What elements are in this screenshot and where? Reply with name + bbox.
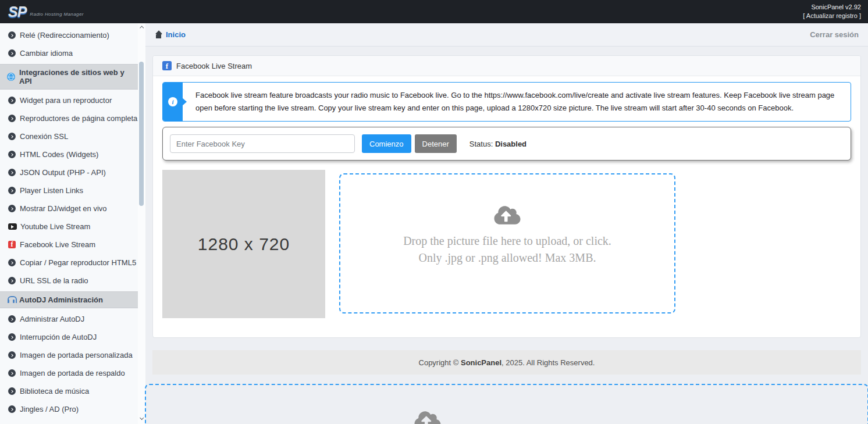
sidebar-item-label: Player Listen Links xyxy=(20,186,83,195)
chevron-icon xyxy=(8,115,16,122)
picture-preview-placeholder: 1280 x 720 xyxy=(162,170,325,318)
panel-body: Facebook live stream feature broadcasts … xyxy=(153,76,860,318)
stop-button[interactable]: Detener xyxy=(415,134,457,153)
status-value: Disabled xyxy=(495,140,527,148)
sidebar-item-label: Facebook Live Stream xyxy=(20,240,95,249)
chevron-icon xyxy=(8,133,16,140)
sidebar-item-label: Youtube Live Stream xyxy=(20,222,90,231)
dropzone-instruction-line2: Only .jpg or .png allowed! Max 3MB. xyxy=(419,250,596,266)
chevron-icon xyxy=(8,187,16,194)
logo-subtitle: Radio Hosting Manager xyxy=(30,12,83,19)
sidebar-item[interactable]: Interrupción de AutoDJ xyxy=(0,328,138,346)
sidebar-scrollbar-thumb[interactable] xyxy=(139,62,144,206)
sidebar-item[interactable]: Jingles / AD (Pro) xyxy=(0,400,138,418)
scroll-down-arrow-icon[interactable] xyxy=(140,416,144,421)
top-bar: SP Radio Hosting Manager SonicPanel v2.9… xyxy=(0,0,868,23)
sidebar-item-label: Integraciones de sitios web y API xyxy=(19,68,138,85)
sidebar-item[interactable]: Copiar / Pegar reproductor HTML5 xyxy=(0,254,138,272)
sidebar-item-label: JSON Output (PHP - API) xyxy=(20,168,106,177)
sonicpanel-page: SP Radio Hosting Manager SonicPanel v2.9… xyxy=(0,0,868,424)
sidebar-item[interactable]: Player Listen Links xyxy=(0,181,138,199)
sidebar-item[interactable]: Imagen de portada personalizada xyxy=(0,346,138,364)
sidebar-item[interactable]: JSON Output (PHP - API) xyxy=(0,163,138,181)
footer-bar: Copyright © SonicPanel, 2025. All Rights… xyxy=(152,350,861,375)
youtube-icon xyxy=(8,223,17,230)
sidebar-item[interactable]: Conexión SSL xyxy=(0,127,138,145)
sidebar-item-label: Conexión SSL xyxy=(20,132,68,141)
sidebar-item-label: Reproductores de página completa xyxy=(20,114,137,123)
sidebar-item-label: Interrupción de AutoDJ xyxy=(20,333,97,341)
dropzone-instruction-line1: Drop the picture file here to upload, or… xyxy=(403,233,611,250)
status-text: Status: Disabled xyxy=(469,140,527,148)
facebook-icon xyxy=(162,61,172,70)
chevron-icon xyxy=(8,351,16,359)
sidebar-item[interactable]: Youtube Live Stream xyxy=(0,218,138,236)
sidebar-item[interactable]: Facebook Live Stream xyxy=(0,236,138,254)
breadcrumb-bar: Inicio Cerrar sesión xyxy=(145,23,868,47)
chevron-icon xyxy=(8,205,16,212)
sidebar-item-label: Mostrar DJ/widget en vivo xyxy=(20,204,107,213)
sidebar-item[interactable]: Cambiar idioma xyxy=(0,44,138,62)
home-icon xyxy=(155,31,162,38)
globe-icon xyxy=(7,73,15,81)
chevron-icon xyxy=(8,277,16,284)
start-button[interactable]: Comienzo xyxy=(362,134,411,153)
version-label: SonicPanel v2.92 xyxy=(803,3,861,12)
topbar-right: SonicPanel v2.92 [ Actualizar registro ] xyxy=(803,3,861,20)
logo-sp-text: SP xyxy=(8,5,26,19)
breadcrumb-home-link[interactable]: Inicio xyxy=(155,30,186,39)
stream-key-card: Comienzo Detener Status: Disabled xyxy=(162,127,851,161)
sidebar-section-header: Integraciones de sitios web y API xyxy=(0,64,138,90)
sidebar-item[interactable]: Widget para un reproductor xyxy=(0,91,138,109)
panel-title: Facebook Live Stream xyxy=(176,62,252,70)
sidebar-item-label: HTML Codes (Widgets) xyxy=(20,150,98,159)
sidebar-item-label: Imagen de portada personalizada xyxy=(20,351,133,359)
sidebar-section-header: AutoDJ Administración xyxy=(0,291,138,308)
sidebar-item-label: Copiar / Pegar reproductor HTML5 xyxy=(20,258,136,267)
chevron-icon xyxy=(8,369,16,377)
copyright-text: Copyright © SonicPanel, 2025. All Rights… xyxy=(419,358,595,367)
picture-dropzone[interactable]: Drop the picture file here to upload, or… xyxy=(339,173,675,313)
chevron-icon xyxy=(8,387,16,395)
sidebar-item[interactable]: Imagen de portada de respaldo xyxy=(0,364,138,382)
facebook-red-icon xyxy=(8,241,16,248)
sidebar-item[interactable]: Reproductores de página completa xyxy=(0,109,138,127)
cloud-upload-icon xyxy=(493,205,521,226)
preview-size-label: 1280 x 720 xyxy=(198,234,290,254)
chevron-icon xyxy=(8,333,16,341)
sidebar-item-label: URL SSL de la radio xyxy=(20,276,88,285)
facebook-key-input[interactable] xyxy=(170,134,355,153)
info-alert-text: Facebook live stream feature broadcasts … xyxy=(183,83,851,121)
sidebar-item-label: AutoDJ Administración xyxy=(19,295,103,304)
cloud-upload-icon xyxy=(414,410,442,424)
chevron-icon xyxy=(8,405,16,413)
chevron-icon xyxy=(8,169,16,176)
sidebar-item[interactable]: Mostrar DJ/widget en vivo xyxy=(0,199,138,218)
chevron-icon xyxy=(8,97,16,104)
sidebar-item[interactable]: Relé (Redireccionamiento) xyxy=(0,26,138,44)
app-logo: SP Radio Hosting Manager xyxy=(8,5,84,19)
sidebar-item[interactable]: HTML Codes (Widgets) xyxy=(0,145,138,163)
secondary-dropzone[interactable] xyxy=(145,384,868,424)
info-icon xyxy=(168,97,177,106)
facebook-live-stream-panel: Facebook Live Stream Facebook live strea… xyxy=(152,55,861,338)
sidebar-item[interactable]: Biblioteca de música xyxy=(0,382,138,400)
logout-link[interactable]: Cerrar sesión xyxy=(810,30,859,39)
scroll-up-arrow-icon[interactable] xyxy=(140,24,144,29)
status-label: Status: xyxy=(469,140,493,148)
chevron-icon xyxy=(8,49,16,57)
chevron-icon xyxy=(8,31,16,39)
media-row: 1280 x 720 Drop the picture file here to… xyxy=(162,170,851,318)
sidebar-item[interactable]: Administrar AutoDJ xyxy=(0,310,138,328)
sidebar-menu: Relé (Redireccionamiento)Cambiar idiomaI… xyxy=(0,23,138,424)
sidebar-item-label: Relé (Redireccionamiento) xyxy=(20,31,109,40)
sidebar-item-label: Cambiar idioma xyxy=(20,49,73,58)
info-alert: Facebook live stream feature broadcasts … xyxy=(162,82,851,122)
sidebar-item-label: Jingles / AD (Pro) xyxy=(20,405,79,414)
sidebar-item[interactable]: URL SSL de la radio xyxy=(0,272,138,290)
breadcrumb-label: Inicio xyxy=(166,30,186,39)
sidebar-scrollbar[interactable] xyxy=(138,23,145,424)
brand-name: SonicPanel xyxy=(461,358,501,367)
update-registry-link[interactable]: [ Actualizar registro ] xyxy=(803,12,861,20)
info-alert-icon-box xyxy=(163,83,183,121)
